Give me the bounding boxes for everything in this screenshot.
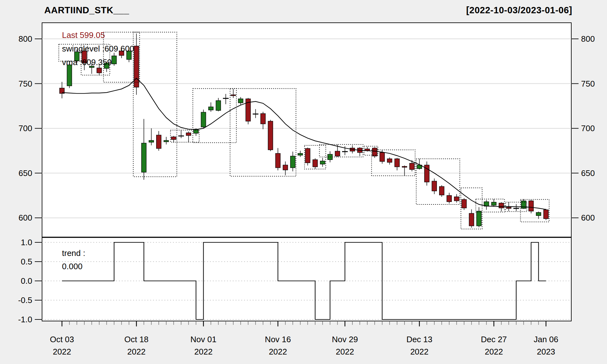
right-axis-label: 600 bbox=[581, 213, 595, 222]
candle-body-down bbox=[432, 181, 437, 191]
x-axis-year-label: 2022 bbox=[485, 347, 503, 356]
candle-body-down bbox=[402, 167, 407, 167]
right-axis-label: 700 bbox=[581, 124, 595, 133]
candle-body-down bbox=[186, 133, 191, 135]
trend-axis-label: -1.0 bbox=[18, 315, 32, 324]
right-axis-label: 650 bbox=[581, 168, 595, 178]
chart-figure: AARTIIND_STK___ [2022-10-03/2023-01-06] … bbox=[0, 0, 607, 364]
candle-body-down bbox=[156, 135, 161, 148]
candle-body-down bbox=[134, 46, 139, 87]
candle-body-down bbox=[97, 68, 101, 73]
candle-body-down bbox=[499, 203, 504, 208]
left-axis-label: 700 bbox=[19, 124, 32, 133]
candle-body-up bbox=[477, 211, 481, 226]
candle-body-up bbox=[536, 212, 541, 215]
x-axis-date-label: Dec 27 bbox=[481, 335, 507, 344]
candle-body-down bbox=[268, 121, 273, 150]
trend-indicator-label: trend : bbox=[62, 248, 85, 258]
candle-body-up bbox=[67, 65, 72, 86]
candle-body-down bbox=[447, 196, 451, 202]
x-axis-date-label: Nov 16 bbox=[265, 335, 291, 344]
swinglevel-label: swinglevel :609.600 bbox=[62, 44, 134, 54]
x-axis-date-label: Dec 13 bbox=[406, 335, 432, 344]
left-axis-label: 650 bbox=[19, 168, 32, 178]
candle-body-down bbox=[380, 153, 384, 161]
candle-body-up bbox=[209, 107, 213, 110]
x-axis-date-label: Jan 06 bbox=[534, 335, 558, 344]
x-axis-year-label: 2022 bbox=[410, 347, 429, 356]
trend-axis-label: 1.0 bbox=[21, 238, 32, 247]
candle-body-down bbox=[313, 160, 317, 167]
last-price-label: Last 599.05 bbox=[62, 30, 105, 40]
candle-body-down bbox=[395, 159, 399, 167]
candle-body-up bbox=[291, 156, 295, 168]
candle-body-down bbox=[387, 159, 392, 162]
candle-body-up bbox=[164, 140, 169, 142]
trend-indicator-value: 0.000 bbox=[62, 262, 83, 271]
candle-body-down bbox=[462, 199, 466, 208]
candle-body-up bbox=[492, 202, 496, 205]
candle-body-down bbox=[171, 137, 176, 139]
left-axis-label: 600 bbox=[19, 213, 32, 222]
candle-body-up bbox=[320, 161, 325, 164]
vma-label: vma :609.359 bbox=[62, 58, 112, 67]
candle-body-up bbox=[216, 100, 221, 110]
x-axis-year-label: 2022 bbox=[53, 347, 71, 356]
candle-body-down bbox=[529, 201, 533, 211]
candle-body-down bbox=[283, 165, 288, 170]
x-axis-year-label: 2022 bbox=[194, 347, 213, 356]
candle-body-down bbox=[410, 163, 414, 170]
trend-axis-label: 0.0 bbox=[21, 276, 32, 286]
x-axis-date-label: Oct 18 bbox=[124, 335, 149, 344]
x-axis-year-label: 2023 bbox=[537, 347, 555, 356]
candle-body-down bbox=[305, 149, 310, 163]
x-axis-date-label: Nov 01 bbox=[190, 335, 216, 344]
x-axis-year-label: 2022 bbox=[269, 347, 287, 356]
candle-body-down bbox=[231, 95, 236, 96]
left-axis-label: 750 bbox=[19, 79, 32, 88]
x-axis-year-label: 2022 bbox=[336, 347, 354, 356]
candle-body-down bbox=[261, 113, 265, 124]
candle-body-down bbox=[469, 213, 474, 226]
candle-body-down bbox=[335, 151, 340, 156]
x-axis-date-label: Oct 03 bbox=[50, 335, 74, 344]
left-axis-label: 800 bbox=[19, 34, 32, 44]
x-axis-year-label: 2022 bbox=[127, 347, 146, 356]
right-axis-label: 800 bbox=[581, 34, 595, 44]
candle-body-up bbox=[112, 56, 116, 64]
trend-axis-label: 0.5 bbox=[21, 257, 32, 266]
candle-body-up bbox=[201, 112, 206, 127]
candle-body-up bbox=[298, 153, 303, 155]
candle-body-up bbox=[149, 140, 154, 142]
candle-body-down bbox=[544, 210, 549, 219]
x-axis-date-label: Nov 29 bbox=[332, 335, 358, 344]
candle-body-down bbox=[439, 186, 444, 195]
trend-panel bbox=[42, 237, 571, 321]
candlestick-chart-canvas: 8008007507507007006506506006001.00.50.0-… bbox=[0, 0, 607, 364]
trend-axis-label: -0.5 bbox=[18, 295, 32, 305]
candle-body-up bbox=[142, 143, 146, 172]
candle-body-down bbox=[454, 197, 459, 201]
candle-body-up bbox=[238, 99, 243, 103]
candle-body-down bbox=[372, 148, 377, 156]
candle-body-down bbox=[506, 207, 511, 209]
candle-body-down bbox=[276, 153, 280, 167]
right-axis-label: 750 bbox=[581, 79, 595, 88]
